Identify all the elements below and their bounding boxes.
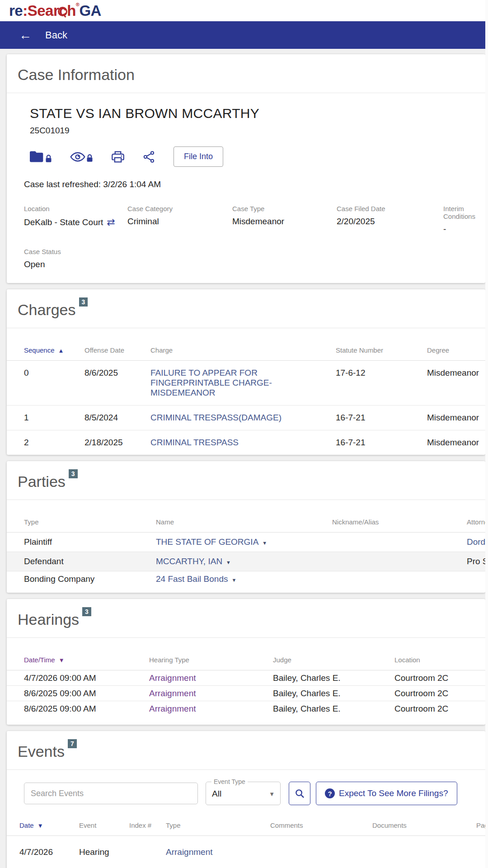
charges-heading-text: Charges	[18, 301, 76, 318]
expect-more-filings-button[interactable]: ? Expect To See More Filings?	[316, 782, 457, 805]
interim-conditions-value: -	[443, 224, 475, 234]
hearing-type-link[interactable]: Arraignment	[149, 673, 196, 683]
pages-header: Pages	[476, 821, 485, 829]
location-header: Location	[394, 656, 485, 664]
hearing-location-cell: Courtroom 2C	[394, 673, 485, 683]
case-information-title: Case Information	[7, 54, 485, 93]
interim-conditions-label: Interim Conditions	[443, 205, 475, 220]
switch-court-icon[interactable]: ⇄	[107, 217, 115, 228]
party-type-cell: Plaintiff	[24, 537, 156, 547]
hearing-location-cell: Courtroom 2C	[394, 704, 485, 714]
party-row: Plaintiff THE STATE OF GEORGIA▼ Dordick,…	[7, 533, 485, 552]
logo-h: h	[67, 2, 76, 19]
field-interim-conditions: Interim Conditions -	[443, 205, 475, 234]
case-fields: Location DeKalb - State Court ⇄ Case Cat…	[24, 205, 474, 234]
sort-desc-icon: ▼	[38, 822, 43, 829]
restricted-folder-icon[interactable]	[30, 151, 52, 163]
logo-ga: GA	[79, 2, 101, 19]
researchga-logo[interactable]: re:Search®GA	[9, 3, 101, 18]
hearing-row: 8/6/2025 09:00 AM Arraignment Bailey, Ch…	[7, 701, 485, 717]
divider	[7, 637, 485, 638]
charges-title: Charges3	[7, 289, 485, 328]
hearing-datetime-cell: 4/7/2026 09:00 AM	[24, 673, 149, 683]
hearings-heading-text: Hearings	[18, 611, 79, 628]
charge-row: 0 8/6/2025 FAILURE TO APPEAR FOR FINGERP…	[7, 361, 485, 406]
parties-card: Parties3 Type Name Nickname/Alias Attorn…	[7, 461, 485, 593]
party-row: Defendant MCCARTHY, IAN▼ Pro Se	[7, 552, 485, 571]
hearing-judge-cell: Bailey, Charles E.	[273, 704, 394, 714]
case-filed-date-value: 2/20/2025	[337, 217, 443, 226]
comments-header: Comments	[270, 821, 372, 829]
sequence-cell: 1	[24, 413, 84, 423]
offense-date-cell: 2/18/2025	[84, 438, 150, 448]
degree-cell: Misdemeanor	[427, 413, 485, 423]
parties-table-header: Type Name Nickname/Alias Attorneys	[7, 518, 485, 533]
type-header: Type	[166, 821, 270, 829]
app-header: re:Search®GA	[0, 0, 488, 21]
charge-row: 1 8/5/2024 CRIMINAL TRESPASS(DAMAGE) 16-…	[7, 406, 485, 430]
offense-date-cell: 8/6/2025	[84, 368, 150, 378]
event-kind-cell: Hearing	[79, 847, 129, 857]
event-type-link[interactable]: Arraignment	[166, 847, 213, 857]
sort-date-header[interactable]: Date▼	[19, 821, 79, 829]
chevron-down-icon[interactable]: ▼	[231, 577, 236, 583]
party-type-cell: Defendant	[24, 557, 156, 566]
event-date-cell: 4/7/2026	[19, 847, 79, 857]
scrollbar[interactable]	[485, 0, 488, 868]
search-events-input[interactable]	[24, 783, 198, 804]
event-type-select[interactable]: Event Type All ▼	[206, 782, 281, 805]
hearing-type-link[interactable]: Arraignment	[149, 704, 196, 713]
location-label: Location	[24, 205, 127, 212]
events-count-badge: 7	[68, 739, 77, 748]
file-into-button[interactable]: File Into	[174, 146, 223, 167]
case-category-value: Criminal	[127, 217, 232, 226]
charge-link[interactable]: CRIMINAL TRESPASS(DAMAGE)	[150, 413, 282, 422]
parties-count-badge: 3	[69, 469, 78, 478]
share-icon[interactable]	[143, 150, 155, 164]
sequence-cell: 0	[24, 368, 84, 378]
sort-sequence-header[interactable]: Sequence▲	[24, 346, 84, 354]
logo-re: re	[9, 2, 23, 19]
degree-header: Degree	[427, 346, 485, 354]
magnifier-c-icon: c	[59, 3, 67, 18]
statute-number-header: Statute Number	[336, 346, 427, 354]
sort-datetime-header[interactable]: Date/Time▼	[24, 656, 149, 664]
location-text: DeKalb - State Court	[24, 217, 103, 227]
alias-header: Nickname/Alias	[332, 518, 467, 526]
chevron-down-icon[interactable]: ▼	[226, 560, 231, 565]
print-icon[interactable]	[111, 150, 125, 164]
case-type-value: Misdemeanor	[232, 217, 337, 226]
back-arrow-icon[interactable]: ←	[19, 29, 32, 42]
case-number: 25C01019	[30, 126, 474, 136]
parties-heading-text: Parties	[18, 473, 66, 490]
hearing-judge-cell: Bailey, Charles E.	[273, 673, 394, 683]
party-name-link[interactable]: 24 Fast Bail Bonds	[156, 574, 228, 584]
case-body: STATE VS IAN BROWN MCCARTHY 25C01019 Fil…	[7, 106, 485, 283]
parties-title: Parties3	[7, 461, 485, 500]
sequence-header-label: Sequence	[24, 346, 55, 354]
party-name-link[interactable]: MCCARTHY, IAN	[156, 557, 222, 566]
party-name-link[interactable]: THE STATE OF GEORGIA	[156, 537, 258, 547]
restricted-view-icon[interactable]	[70, 151, 93, 162]
documents-header: Documents	[372, 821, 476, 829]
case-status-label: Case Status	[24, 248, 474, 255]
name-header: Name	[156, 518, 332, 526]
degree-cell: Misdemeanor	[427, 368, 485, 378]
chevron-down-icon: ▼	[269, 791, 275, 797]
charge-header: Charge	[150, 346, 336, 354]
search-button[interactable]	[289, 782, 310, 805]
case-filed-date-label: Case Filed Date	[337, 205, 443, 212]
date-header-label: Date	[19, 821, 34, 829]
back-button[interactable]: Back	[45, 29, 67, 41]
chevron-down-icon[interactable]: ▼	[262, 540, 267, 546]
charge-link[interactable]: FAILURE TO APPEAR FOR FINGERPRINTABLE CH…	[150, 368, 272, 397]
case-status-value: Open	[24, 259, 474, 269]
hearing-type-link[interactable]: Arraignment	[149, 689, 196, 698]
degree-cell: Misdemeanor	[427, 438, 485, 448]
hearing-datetime-cell: 8/6/2025 09:00 AM	[24, 704, 149, 714]
event-type-label: Event Type	[211, 778, 248, 785]
party-type-cell: Bonding Company	[24, 574, 156, 584]
events-card: Events7 Event Type All ▼ ? Expect To See…	[7, 731, 485, 868]
back-bar: ← Back	[0, 21, 488, 49]
charge-link[interactable]: CRIMINAL TRESPASS	[150, 438, 239, 447]
